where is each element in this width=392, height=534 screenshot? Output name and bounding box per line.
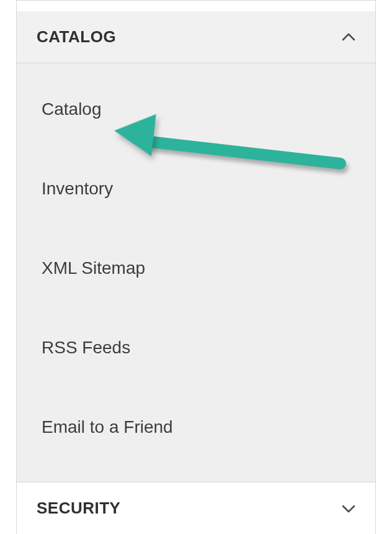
section-catalog: CATALOG Catalog Inventory XML Sitemap RS…: [16, 11, 376, 482]
section-header-security[interactable]: SECURITY: [17, 482, 375, 534]
submenu-item-catalog[interactable]: Catalog: [17, 87, 375, 132]
chevron-up-icon: [342, 30, 355, 44]
sidebar-panel: CATALOG Catalog Inventory XML Sitemap RS…: [0, 0, 392, 534]
submenu-catalog: Catalog Inventory XML Sitemap RSS Feeds …: [17, 63, 375, 482]
submenu-item-email-friend[interactable]: Email to a Friend: [17, 405, 375, 450]
section-title-security: SECURITY: [37, 499, 120, 518]
submenu-item-rss-feeds[interactable]: RSS Feeds: [17, 325, 375, 370]
section-security: SECURITY: [16, 482, 376, 534]
section-header-catalog[interactable]: CATALOG: [17, 11, 375, 63]
section-title-catalog: CATALOG: [37, 27, 116, 47]
submenu-item-inventory[interactable]: Inventory: [17, 166, 375, 211]
submenu-item-xml-sitemap[interactable]: XML Sitemap: [17, 246, 375, 291]
chevron-down-icon: [342, 502, 355, 515]
section-top-sliver: [16, 0, 376, 11]
